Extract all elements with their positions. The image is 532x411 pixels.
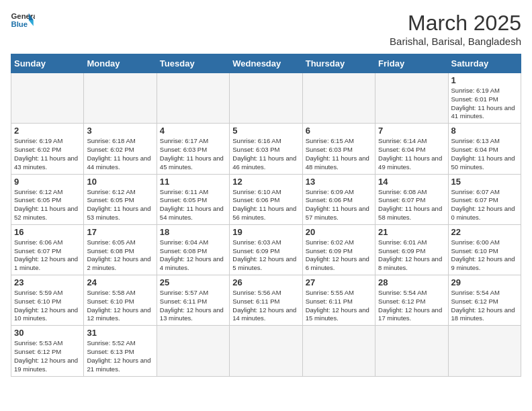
- day-number: 5: [232, 126, 299, 136]
- day-cell: 10Sunrise: 6:12 AM Sunset: 6:05 PM Dayli…: [84, 174, 157, 224]
- day-info: Sunrise: 6:11 AM Sunset: 6:05 PM Dayligh…: [160, 188, 226, 222]
- header-row: SundayMondayTuesdayWednesdayThursdayFrid…: [11, 54, 521, 73]
- day-number: 14: [378, 177, 445, 187]
- day-info: Sunrise: 6:12 AM Sunset: 6:05 PM Dayligh…: [14, 188, 81, 222]
- svg-marker-3: [29, 20, 34, 26]
- day-cell: 8Sunrise: 6:13 AM Sunset: 6:04 PM Daylig…: [448, 124, 521, 174]
- header-sunday: Sunday: [11, 54, 84, 73]
- day-info: Sunrise: 5:53 AM Sunset: 6:12 PM Dayligh…: [14, 339, 81, 373]
- day-cell: 23Sunrise: 5:59 AM Sunset: 6:10 PM Dayli…: [11, 275, 84, 326]
- day-cell: 15Sunrise: 6:07 AM Sunset: 6:07 PM Dayli…: [448, 174, 521, 224]
- week-row-0: 1Sunrise: 6:19 AM Sunset: 6:01 PM Daylig…: [11, 73, 521, 124]
- logo: General Blue: [11, 11, 35, 30]
- day-info: Sunrise: 5:55 AM Sunset: 6:11 PM Dayligh…: [306, 289, 372, 323]
- day-info: Sunrise: 5:52 AM Sunset: 6:13 PM Dayligh…: [87, 339, 153, 373]
- day-number: 6: [306, 126, 372, 136]
- day-cell: 13Sunrise: 6:09 AM Sunset: 6:06 PM Dayli…: [302, 174, 375, 224]
- day-info: Sunrise: 6:03 AM Sunset: 6:09 PM Dayligh…: [232, 238, 299, 273]
- header-tuesday: Tuesday: [157, 54, 229, 73]
- title-section: March 2025 Barishal, Barisal, Bangladesh: [390, 11, 521, 47]
- day-info: Sunrise: 6:04 AM Sunset: 6:08 PM Dayligh…: [160, 238, 226, 273]
- day-number: 28: [378, 277, 445, 287]
- header-thursday: Thursday: [302, 54, 375, 73]
- day-info: Sunrise: 6:19 AM Sunset: 6:02 PM Dayligh…: [14, 137, 81, 171]
- day-cell: 3Sunrise: 6:18 AM Sunset: 6:02 PM Daylig…: [84, 124, 157, 174]
- day-cell: 28Sunrise: 5:54 AM Sunset: 6:12 PM Dayli…: [375, 275, 448, 326]
- day-info: Sunrise: 6:09 AM Sunset: 6:06 PM Dayligh…: [306, 188, 372, 222]
- day-number: 31: [87, 328, 153, 338]
- day-number: 16: [14, 227, 81, 237]
- day-info: Sunrise: 6:01 AM Sunset: 6:09 PM Dayligh…: [378, 238, 445, 273]
- day-cell: 24Sunrise: 5:58 AM Sunset: 6:10 PM Dayli…: [84, 275, 157, 326]
- day-info: Sunrise: 6:16 AM Sunset: 6:03 PM Dayligh…: [232, 137, 299, 171]
- month-title: March 2025: [390, 11, 521, 36]
- day-number: 9: [14, 177, 81, 187]
- week-row-5: 30Sunrise: 5:53 AM Sunset: 6:12 PM Dayli…: [11, 326, 521, 376]
- day-cell: 1Sunrise: 6:19 AM Sunset: 6:01 PM Daylig…: [448, 73, 521, 124]
- day-cell: [375, 326, 448, 376]
- week-row-1: 2Sunrise: 6:19 AM Sunset: 6:02 PM Daylig…: [11, 124, 521, 174]
- day-cell: 17Sunrise: 6:05 AM Sunset: 6:08 PM Dayli…: [84, 224, 157, 275]
- day-cell: 11Sunrise: 6:11 AM Sunset: 6:05 PM Dayli…: [157, 174, 229, 224]
- header-saturday: Saturday: [448, 54, 521, 73]
- day-info: Sunrise: 6:17 AM Sunset: 6:03 PM Dayligh…: [160, 137, 226, 171]
- day-cell: 14Sunrise: 6:08 AM Sunset: 6:07 PM Dayli…: [375, 174, 448, 224]
- header-friday: Friday: [375, 54, 448, 73]
- day-number: 11: [160, 177, 226, 187]
- day-cell: [157, 326, 229, 376]
- day-info: Sunrise: 5:57 AM Sunset: 6:11 PM Dayligh…: [160, 289, 226, 323]
- day-cell: 18Sunrise: 6:04 AM Sunset: 6:08 PM Dayli…: [157, 224, 229, 275]
- day-cell: [302, 73, 375, 124]
- page-header: General Blue March 2025 Barishal, Barisa…: [11, 11, 521, 47]
- day-number: 1: [451, 75, 518, 85]
- day-cell: 4Sunrise: 6:17 AM Sunset: 6:03 PM Daylig…: [157, 124, 229, 174]
- day-info: Sunrise: 6:10 AM Sunset: 6:06 PM Dayligh…: [232, 188, 299, 222]
- day-number: 21: [378, 227, 445, 237]
- day-number: 20: [306, 227, 372, 237]
- day-cell: 25Sunrise: 5:57 AM Sunset: 6:11 PM Dayli…: [157, 275, 229, 326]
- day-number: 15: [451, 177, 518, 187]
- day-cell: 19Sunrise: 6:03 AM Sunset: 6:09 PM Dayli…: [230, 224, 302, 275]
- day-number: 13: [306, 177, 372, 187]
- day-number: 23: [14, 277, 81, 287]
- day-cell: [11, 73, 84, 124]
- day-number: 18: [160, 227, 226, 237]
- week-row-4: 23Sunrise: 5:59 AM Sunset: 6:10 PM Dayli…: [11, 275, 521, 326]
- header-wednesday: Wednesday: [230, 54, 302, 73]
- day-number: 25: [160, 277, 226, 287]
- day-cell: [375, 73, 448, 124]
- day-cell: 20Sunrise: 6:02 AM Sunset: 6:09 PM Dayli…: [302, 224, 375, 275]
- day-info: Sunrise: 6:07 AM Sunset: 6:07 PM Dayligh…: [451, 188, 518, 222]
- day-cell: 29Sunrise: 5:54 AM Sunset: 6:12 PM Dayli…: [448, 275, 521, 326]
- day-info: Sunrise: 5:54 AM Sunset: 6:12 PM Dayligh…: [378, 289, 445, 323]
- day-info: Sunrise: 6:15 AM Sunset: 6:03 PM Dayligh…: [306, 137, 372, 171]
- day-cell: 31Sunrise: 5:52 AM Sunset: 6:13 PM Dayli…: [84, 326, 157, 376]
- day-cell: 12Sunrise: 6:10 AM Sunset: 6:06 PM Dayli…: [230, 174, 302, 224]
- logo-icon: General Blue: [11, 11, 35, 30]
- header-monday: Monday: [84, 54, 157, 73]
- day-cell: 2Sunrise: 6:19 AM Sunset: 6:02 PM Daylig…: [11, 124, 84, 174]
- svg-text:Blue: Blue: [11, 20, 28, 28]
- day-info: Sunrise: 6:12 AM Sunset: 6:05 PM Dayligh…: [87, 188, 153, 222]
- day-info: Sunrise: 6:19 AM Sunset: 6:01 PM Dayligh…: [451, 87, 518, 121]
- day-cell: [157, 73, 229, 124]
- day-cell: [302, 326, 375, 376]
- day-info: Sunrise: 6:00 AM Sunset: 6:10 PM Dayligh…: [451, 238, 518, 273]
- day-number: 30: [14, 328, 81, 338]
- day-number: 3: [87, 126, 153, 136]
- day-number: 10: [87, 177, 153, 187]
- location-title: Barishal, Barisal, Bangladesh: [390, 36, 521, 47]
- day-info: Sunrise: 5:54 AM Sunset: 6:12 PM Dayligh…: [451, 289, 518, 323]
- day-cell: 16Sunrise: 6:06 AM Sunset: 6:07 PM Dayli…: [11, 224, 84, 275]
- day-cell: [84, 73, 157, 124]
- day-info: Sunrise: 6:06 AM Sunset: 6:07 PM Dayligh…: [14, 238, 81, 273]
- day-cell: [448, 326, 521, 376]
- day-number: 27: [306, 277, 372, 287]
- day-cell: 9Sunrise: 6:12 AM Sunset: 6:05 PM Daylig…: [11, 174, 84, 224]
- day-cell: 5Sunrise: 6:16 AM Sunset: 6:03 PM Daylig…: [230, 124, 302, 174]
- day-number: 17: [87, 227, 153, 237]
- day-number: 24: [87, 277, 153, 287]
- day-number: 19: [232, 227, 299, 237]
- day-cell: 30Sunrise: 5:53 AM Sunset: 6:12 PM Dayli…: [11, 326, 84, 376]
- day-info: Sunrise: 6:14 AM Sunset: 6:04 PM Dayligh…: [378, 137, 445, 171]
